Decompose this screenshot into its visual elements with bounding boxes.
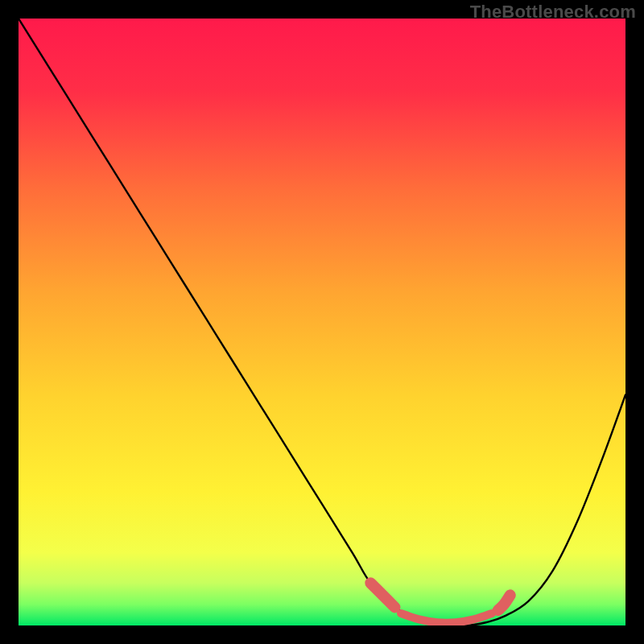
plot-area (19, 19, 625, 625)
curve-layer (19, 19, 625, 625)
sweet-spot-left-marker (370, 583, 394, 607)
bottleneck-curve (19, 19, 625, 625)
sweet-spot-flat-marker (401, 613, 492, 623)
sweet-spot-right-marker (498, 595, 510, 610)
